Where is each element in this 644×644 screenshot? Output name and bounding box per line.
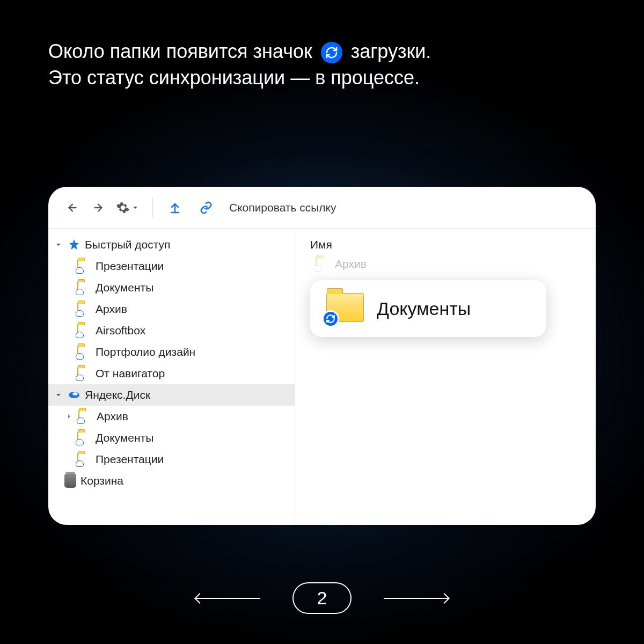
folder-icon — [77, 432, 91, 444]
sidebar-quick-access[interactable]: Быстрый доступ — [48, 234, 295, 255]
page-indicator: 2 — [292, 582, 352, 614]
sidebar-trash[interactable]: Корзина — [48, 470, 295, 492]
file-label: Документы — [377, 298, 471, 319]
sidebar-item-portfolio[interactable]: Портфолио дизайн — [48, 341, 295, 363]
main-area: Имя Архив Докумен — [295, 229, 596, 525]
folder-icon — [77, 303, 91, 315]
back-button[interactable] — [64, 200, 80, 216]
svg-point-2 — [72, 392, 78, 396]
sidebar-label: Презентации — [96, 453, 164, 466]
gear-icon — [116, 201, 130, 215]
sidebar-item-navigator[interactable]: От навигатор — [48, 363, 295, 384]
sidebar-yandex-disk[interactable]: Яндекс.Диск — [48, 384, 295, 406]
chevron-down-icon — [54, 392, 63, 398]
content-area: Быстрый доступ Презентации Документы Арх… — [48, 229, 596, 525]
copy-link-button[interactable] — [198, 200, 214, 216]
folder-icon — [77, 260, 91, 272]
sidebar-item-archive[interactable]: Архив — [48, 298, 295, 320]
file-label: Архив — [335, 258, 367, 270]
sidebar-item-documents[interactable]: Документы — [48, 277, 295, 298]
sidebar-label: Архив — [97, 410, 128, 423]
sidebar-label: Airsoftbox — [96, 324, 145, 337]
folder-icon — [316, 258, 330, 270]
toolbar: Скопировать ссылку — [48, 187, 596, 229]
folder-icon — [77, 282, 91, 294]
sidebar-label: Быстрый доступ — [85, 238, 171, 251]
prev-arrow[interactable] — [196, 598, 260, 599]
settings-menu[interactable] — [116, 201, 138, 215]
file-item-documents-highlight[interactable]: Документы — [310, 280, 546, 337]
sidebar-disk-presentations[interactable]: Презентации — [48, 449, 295, 470]
chevron-down-icon — [54, 241, 63, 248]
folder-icon — [77, 325, 91, 336]
sidebar-item-airsoftbox[interactable]: Airsoftbox — [48, 320, 295, 341]
caption-text-1: Около папки появится значок — [48, 40, 312, 62]
folder-icon — [326, 293, 364, 324]
sidebar-label: Портфолио дизайн — [96, 346, 195, 358]
folder-icon — [77, 368, 91, 379]
instruction-caption: Около папки появится значок загрузки. Эт… — [48, 39, 596, 91]
chevron-down-icon — [132, 204, 138, 211]
upload-button[interactable] — [167, 200, 183, 216]
column-header-name[interactable]: Имя — [310, 238, 581, 251]
pager: 2 — [0, 582, 644, 614]
sidebar-label: От навигатор — [96, 367, 165, 380]
forward-button[interactable] — [90, 200, 106, 216]
sidebar-label: Документы — [96, 281, 153, 294]
sidebar-label: Корзина — [80, 474, 123, 487]
chevron-right-icon — [64, 413, 74, 420]
trash-icon — [64, 474, 76, 488]
folder-icon — [77, 346, 91, 358]
folder-icon — [78, 411, 92, 422]
sidebar-disk-documents[interactable]: Документы — [48, 427, 295, 449]
file-item-archive-ghost[interactable]: Архив — [310, 258, 581, 270]
yandex-disk-icon — [68, 389, 80, 401]
caption-text-2: загрузки. — [351, 40, 431, 62]
sidebar: Быстрый доступ Презентации Документы Арх… — [48, 229, 295, 525]
sidebar-label: Яндекс.Диск — [85, 389, 150, 401]
divider — [152, 197, 153, 218]
sync-icon — [321, 42, 342, 63]
next-arrow[interactable] — [384, 598, 448, 599]
sidebar-label: Архив — [96, 303, 127, 316]
folder-icon — [77, 453, 91, 465]
sync-icon — [322, 310, 339, 327]
file-explorer-window: Скопировать ссылку Быстрый доступ Презен… — [48, 187, 596, 525]
sidebar-label: Презентации — [96, 260, 164, 273]
sidebar-disk-archive[interactable]: Архив — [48, 406, 295, 427]
caption-text-3: Это статус синхронизации — в процессе. — [48, 67, 420, 89]
copy-link-label[interactable]: Скопировать ссылку — [229, 201, 336, 214]
sidebar-label: Документы — [96, 431, 153, 444]
sidebar-item-presentations[interactable]: Презентации — [48, 255, 295, 277]
star-icon — [68, 238, 80, 251]
